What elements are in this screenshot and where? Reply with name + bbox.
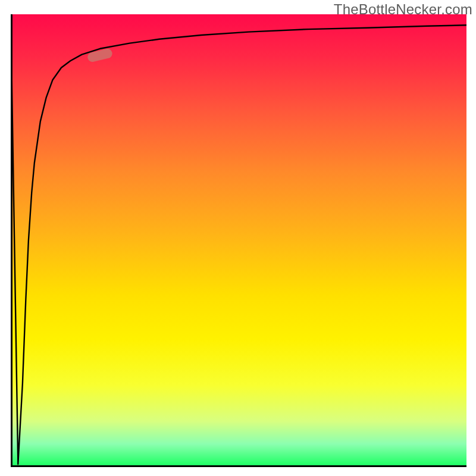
chart-container: TheBottleNecker.com bbox=[0, 0, 476, 476]
plot-area bbox=[11, 14, 466, 466]
y-axis bbox=[11, 14, 12, 466]
watermark-text: TheBottleNecker.com bbox=[334, 1, 472, 18]
x-axis bbox=[11, 465, 466, 467]
